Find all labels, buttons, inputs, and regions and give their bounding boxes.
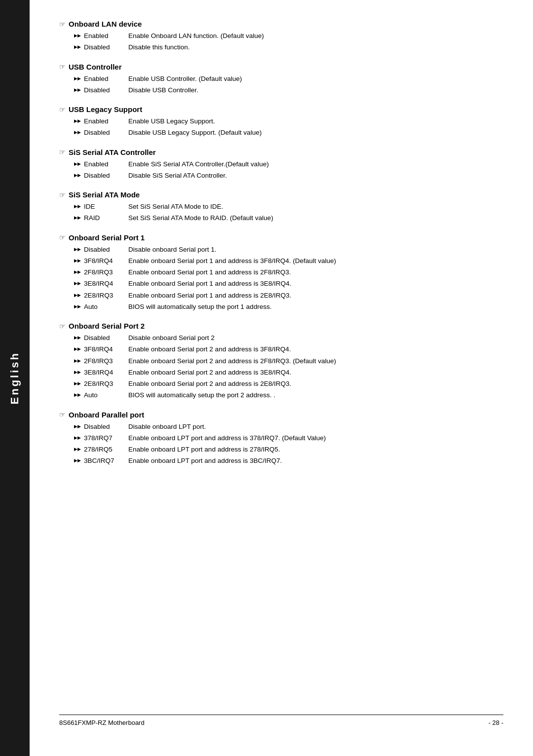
item-row: 2E8/IRQ3Enable onboard Serial port 2 and… (74, 379, 503, 389)
item-key: 2E8/IRQ3 (74, 291, 128, 301)
item-row: 3E8/IRQ4Enable onboard Serial port 1 and… (74, 279, 503, 289)
items-list-onboard-parallel-port: DisabledDisable onboard LPT port.378/IRQ… (74, 422, 503, 466)
item-row: DisabledDisable onboard Serial port 2 (74, 333, 503, 343)
item-key: 3E8/IRQ4 (74, 279, 128, 289)
footer-left: 8S661FXMP-RZ Motherboard (59, 719, 145, 726)
item-row: AutoBIOS will automatically setup the po… (74, 390, 503, 400)
item-value: Enable onboard LPT port and address is 3… (128, 433, 503, 443)
section-title-onboard-parallel-port: Onboard Parallel port (59, 411, 503, 419)
item-key: Enabled (74, 31, 128, 41)
footer-right: - 28 - (489, 719, 503, 726)
item-key: 378/IRQ7 (74, 433, 128, 443)
item-value: Disable USB Controller. (128, 85, 503, 95)
item-key: Enabled (74, 116, 128, 126)
item-key: IDE (74, 202, 128, 212)
items-list-usb-controller: EnabledEnable USB Controller. (Default v… (74, 74, 503, 96)
item-key: 2F8/IRQ3 (74, 267, 128, 277)
sidebar-label: English (8, 351, 21, 404)
item-key: Disabled (74, 422, 128, 432)
items-list-onboard-serial-port-1: DisabledDisable onboard Serial port 1.3F… (74, 245, 503, 312)
item-value: Enable onboard Serial port 1 and address… (128, 291, 503, 301)
item-value: Enable onboard Serial port 1 and address… (128, 267, 503, 277)
item-value: BIOS will automatically setup the port 1… (128, 302, 503, 312)
items-list-onboard-serial-port-2: DisabledDisable onboard Serial port 23F8… (74, 333, 503, 401)
items-list-sis-serial-ata-controller: EnabledEnable SiS Serial ATA Controller.… (74, 159, 503, 181)
item-row: 2F8/IRQ3Enable onboard Serial port 2 and… (74, 356, 503, 366)
section-title-onboard-serial-port-2: Onboard Serial Port 2 (59, 322, 503, 330)
item-key: Disabled (74, 42, 128, 52)
item-value: Enable onboard Serial port 2 and address… (128, 368, 503, 378)
item-value: Set SiS Serial ATA Mode to RAID. (Defaul… (128, 213, 503, 223)
item-value: Enable onboard LPT port and address is 2… (128, 445, 503, 454)
item-key: 3BC/IRQ7 (74, 456, 128, 466)
section-title-usb-controller: USB Controller (59, 63, 503, 71)
section-title-sis-serial-ata-mode: SiS Serial ATA Mode (59, 190, 503, 199)
item-key: 3E8/IRQ4 (74, 368, 128, 378)
item-value: Enable onboard Serial port 1 and address… (128, 279, 503, 289)
item-row: EnabledEnable SiS Serial ATA Controller.… (74, 159, 503, 169)
item-key: Disabled (74, 333, 128, 343)
item-value: Enable SiS Serial ATA Controller.(Defaul… (128, 159, 503, 169)
section-onboard-parallel-port: Onboard Parallel portDisabledDisable onb… (59, 411, 503, 466)
footer: 8S661FXMP-RZ Motherboard - 28 - (59, 715, 503, 726)
section-usb-controller: USB ControllerEnabledEnable USB Controll… (59, 63, 503, 96)
section-sis-serial-ata-mode: SiS Serial ATA ModeIDESet SiS Serial ATA… (59, 190, 503, 224)
item-row: 2F8/IRQ3Enable onboard Serial port 1 and… (74, 267, 503, 277)
sections-container: Onboard LAN deviceEnabledEnable Onboard … (59, 20, 503, 476)
item-value: Disable onboard Serial port 2 (128, 333, 503, 343)
sidebar: English (0, 0, 30, 756)
item-key: Enabled (74, 74, 128, 84)
item-value: Enable USB Controller. (Default value) (128, 74, 503, 84)
item-key: Auto (74, 390, 128, 400)
item-row: DisabledDisable onboard LPT port. (74, 422, 503, 432)
item-key: RAID (74, 213, 128, 223)
item-row: 3F8/IRQ4Enable onboard Serial port 2 and… (74, 344, 503, 354)
item-value: Enable onboard LPT port and address is 3… (128, 456, 503, 466)
item-value: Enable Onboard LAN function. (Default va… (128, 31, 503, 41)
item-value: Disable onboard LPT port. (128, 422, 503, 432)
item-row: 3F8/IRQ4Enable onboard Serial port 1 and… (74, 256, 503, 266)
item-key: Disabled (74, 245, 128, 255)
item-value: Enable onboard Serial port 2 and address… (128, 356, 503, 366)
item-row: 278/IRQ5Enable onboard LPT port and addr… (74, 445, 503, 454)
content-area: Onboard LAN deviceEnabledEnable Onboard … (30, 0, 533, 756)
item-value: Disable SiS Serial ATA Controller. (128, 171, 503, 181)
item-value: BIOS will automatically setup the port 2… (128, 390, 503, 400)
item-value: Disable USB Legacy Support. (Default val… (128, 128, 503, 138)
items-list-sis-serial-ata-mode: IDESet SiS Serial ATA Mode to IDE.RAIDSe… (74, 202, 503, 224)
item-value: Enable onboard Serial port 1 and address… (128, 256, 503, 266)
item-value: Disable this function. (128, 42, 503, 52)
section-sis-serial-ata-controller: SiS Serial ATA ControllerEnabledEnable S… (59, 148, 503, 181)
item-key: Disabled (74, 85, 128, 95)
section-title-onboard-serial-port-1: Onboard Serial Port 1 (59, 233, 503, 242)
item-row: 3BC/IRQ7Enable onboard LPT port and addr… (74, 456, 503, 466)
item-value: Set SiS Serial ATA Mode to IDE. (128, 202, 503, 212)
item-row: DisabledDisable onboard Serial port 1. (74, 245, 503, 255)
item-key: Auto (74, 302, 128, 312)
item-row: EnabledEnable USB Controller. (Default v… (74, 74, 503, 84)
item-row: 3E8/IRQ4Enable onboard Serial port 2 and… (74, 368, 503, 378)
page-container: English Onboard LAN deviceEnabledEnable … (0, 0, 533, 756)
section-title-sis-serial-ata-controller: SiS Serial ATA Controller (59, 148, 503, 156)
item-key: 278/IRQ5 (74, 445, 128, 454)
item-row: EnabledEnable USB Legacy Support. (74, 116, 503, 126)
item-key: 3F8/IRQ4 (74, 256, 128, 266)
item-row: EnabledEnable Onboard LAN function. (Def… (74, 31, 503, 41)
items-list-usb-legacy: EnabledEnable USB Legacy Support.Disable… (74, 116, 503, 138)
item-key: Enabled (74, 159, 128, 169)
item-key: 2E8/IRQ3 (74, 379, 128, 389)
section-usb-legacy: USB Legacy SupportEnabledEnable USB Lega… (59, 105, 503, 138)
item-key: 2F8/IRQ3 (74, 356, 128, 366)
item-row: DisabledDisable SiS Serial ATA Controlle… (74, 171, 503, 181)
item-row: IDESet SiS Serial ATA Mode to IDE. (74, 202, 503, 212)
item-row: DisabledDisable USB Legacy Support. (Def… (74, 128, 503, 138)
item-row: RAIDSet SiS Serial ATA Mode to RAID. (De… (74, 213, 503, 223)
item-row: DisabledDisable USB Controller. (74, 85, 503, 95)
item-row: 2E8/IRQ3Enable onboard Serial port 1 and… (74, 291, 503, 301)
item-value: Enable onboard Serial port 2 and address… (128, 379, 503, 389)
item-row: 378/IRQ7Enable onboard LPT port and addr… (74, 433, 503, 443)
item-row: AutoBIOS will automatically setup the po… (74, 302, 503, 312)
section-onboard-serial-port-2: Onboard Serial Port 2DisabledDisable onb… (59, 322, 503, 401)
section-title-usb-legacy: USB Legacy Support (59, 105, 503, 113)
section-onboard-lan: Onboard LAN deviceEnabledEnable Onboard … (59, 20, 503, 53)
